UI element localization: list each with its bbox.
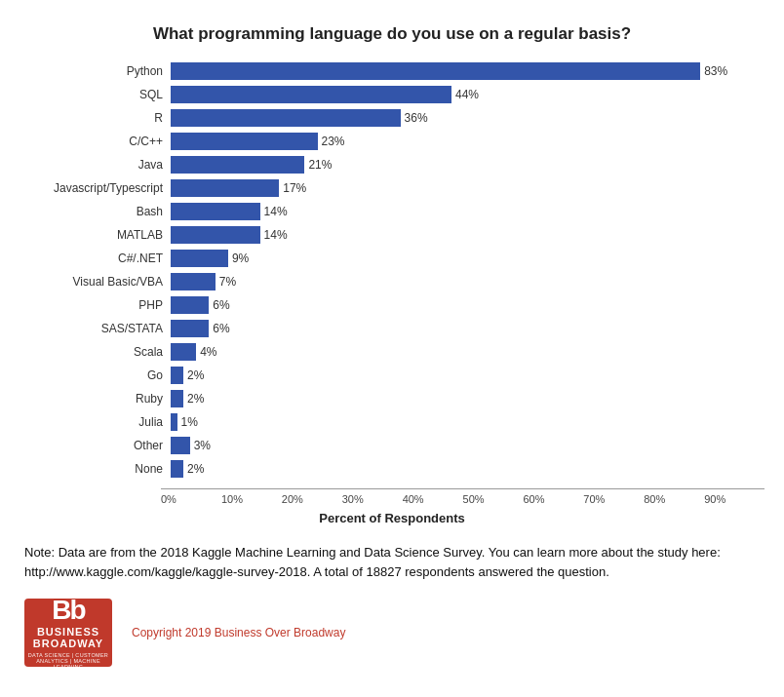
bar-fill	[171, 203, 260, 220]
bar-fill	[171, 250, 228, 267]
footer: Bb BUSINESS BROADWAY DATA SCIENCE | CUST…	[20, 599, 764, 667]
bar-track: 36%	[171, 109, 745, 127]
bar-track: 2%	[171, 390, 745, 407]
bar-value: 9%	[232, 252, 249, 265]
bar-value: 4%	[200, 345, 216, 359]
bar-track: 21%	[171, 156, 745, 174]
logo-line1: BUSINESS	[37, 626, 99, 638]
bar-row: R36%	[29, 108, 745, 128]
bar-track: 6%	[171, 320, 745, 337]
bar-track: 17%	[171, 179, 745, 197]
bar-fill	[171, 133, 318, 150]
bar-label: None	[29, 462, 171, 476]
bar-fill	[171, 179, 279, 197]
bar-row: SQL44%	[29, 85, 745, 104]
bar-fill	[171, 460, 183, 478]
bar-row: None2%	[29, 459, 745, 479]
bar-fill	[171, 367, 183, 384]
bar-label: Ruby	[29, 392, 171, 406]
bar-track: 23%	[171, 133, 745, 150]
logo-line2: BROADWAY	[33, 638, 103, 649]
bar-value: 2%	[187, 392, 204, 406]
chart-area: Python83%SQL44%R36%C/C++23%Java21%Javasc…	[20, 61, 764, 483]
bar-track: 6%	[171, 296, 745, 314]
bar-row: Visual Basic/VBA7%	[29, 272, 745, 291]
x-tick: 10%	[221, 493, 282, 505]
bar-value: 2%	[187, 462, 204, 476]
x-axis: 0%10%20%30%40%50%60%70%80%90%	[161, 488, 764, 505]
bar-value: 23%	[322, 135, 345, 148]
bar-row: PHP6%	[29, 295, 745, 315]
bar-row: Bash14%	[29, 202, 745, 221]
bar-track: 83%	[171, 62, 745, 80]
logo-tagline: DATA SCIENCE | CUSTOMER ANALYTICS | MACH…	[24, 652, 112, 670]
logo-initials: Bb	[52, 597, 84, 624]
x-tick: 50%	[463, 493, 524, 505]
bar-row: Python83%	[29, 61, 745, 81]
bar-row: Go2%	[29, 366, 745, 385]
bar-label: C/C++	[29, 135, 171, 148]
bar-track: 4%	[171, 343, 745, 361]
chart-container: What programming language do you use on …	[20, 19, 764, 667]
chart-title: What programming language do you use on …	[20, 19, 764, 44]
x-tick: 70%	[583, 493, 644, 505]
bar-value: 14%	[264, 205, 288, 218]
x-tick: 30%	[342, 493, 403, 505]
bar-label: SAS/STATA	[29, 322, 171, 335]
bar-row: Julia1%	[29, 412, 745, 432]
bar-row: C/C++23%	[29, 132, 745, 151]
bar-track: 44%	[171, 86, 745, 103]
bar-label: Bash	[29, 205, 171, 218]
logo: Bb BUSINESS BROADWAY DATA SCIENCE | CUST…	[24, 599, 112, 667]
bar-label: MATLAB	[29, 228, 171, 242]
x-tick: 40%	[403, 493, 463, 505]
bar-label: Python	[29, 64, 171, 78]
bar-row: Ruby2%	[29, 389, 745, 408]
bar-value: 14%	[264, 228, 288, 242]
bar-value: 1%	[181, 415, 198, 429]
bar-label: Javascript/Typescript	[29, 181, 171, 195]
copyright: Copyright 2019 Business Over Broadway	[132, 626, 345, 639]
bar-row: SAS/STATA6%	[29, 319, 745, 338]
bar-fill	[171, 273, 216, 290]
bar-fill	[171, 296, 209, 314]
bar-value: 36%	[405, 111, 428, 125]
bar-fill	[171, 390, 183, 407]
bar-fill	[171, 86, 451, 103]
bar-row: C#/.NET9%	[29, 249, 745, 268]
bar-fill	[171, 109, 401, 127]
bar-label: Visual Basic/VBA	[29, 275, 171, 289]
bar-value: 44%	[455, 88, 479, 101]
bar-fill	[171, 226, 260, 244]
bar-track: 14%	[171, 226, 745, 244]
bar-value: 3%	[194, 439, 211, 452]
bar-label: PHP	[29, 298, 171, 312]
bar-track: 14%	[171, 203, 745, 220]
bar-track: 1%	[171, 413, 745, 431]
x-axis-label: Percent of Respondents	[20, 511, 764, 525]
bar-label: Java	[29, 158, 171, 172]
bar-row: Other3%	[29, 436, 745, 455]
bar-label: Go	[29, 368, 171, 382]
bar-fill	[171, 320, 209, 337]
bar-fill	[171, 343, 196, 361]
bar-track: 2%	[171, 367, 745, 384]
x-tick: 20%	[282, 493, 342, 505]
bar-fill	[171, 437, 190, 454]
bar-label: C#/.NET	[29, 252, 171, 265]
bar-value: 7%	[219, 275, 236, 289]
x-tick: 0%	[161, 493, 221, 505]
bar-label: Other	[29, 439, 171, 452]
bar-row: Javascript/Typescript17%	[29, 178, 745, 198]
bar-label: Julia	[29, 415, 171, 429]
bar-value: 17%	[283, 181, 306, 195]
bar-label: R	[29, 111, 171, 125]
bar-row: Scala4%	[29, 342, 745, 362]
note-section: Note: Data are from the 2018 Kaggle Mach…	[20, 543, 764, 581]
bar-value: 83%	[704, 64, 727, 78]
x-tick: 90%	[704, 493, 764, 505]
bar-track: 7%	[171, 273, 745, 290]
bar-label: SQL	[29, 88, 171, 101]
bar-value: 21%	[308, 158, 332, 172]
x-tick: 60%	[523, 493, 583, 505]
